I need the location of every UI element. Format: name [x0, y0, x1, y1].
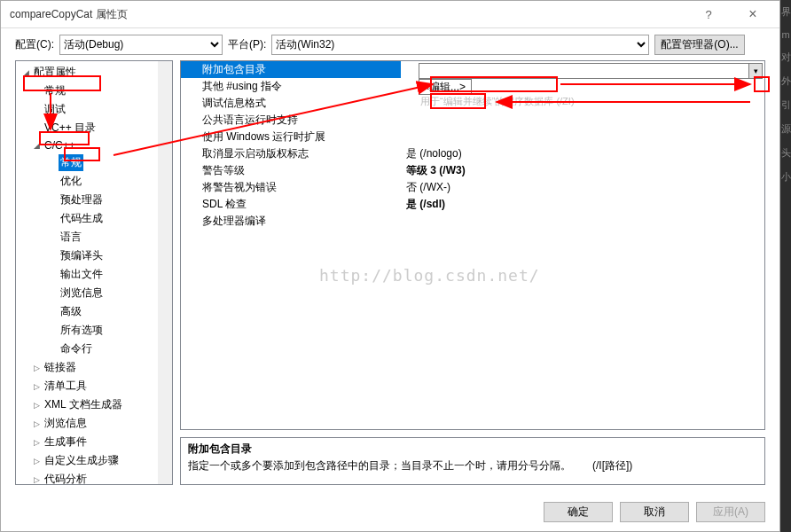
tree-node-ccpp-pch[interactable]: 预编译头: [16, 246, 172, 265]
platform-select[interactable]: 活动(Win32): [271, 35, 649, 55]
caret-right-icon: ▷: [32, 382, 41, 391]
tree-node-ccpp-codegen[interactable]: 代码生成: [16, 209, 172, 228]
tree-pane: ◢配置属性 常规 调试 VC++ 目录 ◢C/C++ 常规 优化 预处理器 代码…: [15, 60, 173, 485]
tree-node-ccpp[interactable]: ◢C/C++: [16, 137, 172, 153]
tree-node-ccpp-advanced[interactable]: 高级: [16, 302, 172, 321]
close-button[interactable]: ×: [735, 2, 771, 27]
caret-right-icon: ▷: [32, 401, 41, 410]
tree-scroll[interactable]: ◢配置属性 常规 调试 VC++ 目录 ◢C/C++ 常规 优化 预处理器 代码…: [16, 61, 172, 484]
description-pane: 附加包含目录 指定一个或多个要添加到包含路径中的目录；当目录不止一个时，请用分号…: [180, 437, 765, 485]
prop-winrt-ext[interactable]: 使用 Windows 运行时扩展: [181, 129, 764, 145]
prop-using-dirs[interactable]: 其他 #using 指令: [181, 78, 764, 95]
description-text: 指定一个或多个要添加到包含路径中的目录；当目录不止一个时，请用分号分隔。 (/I…: [188, 458, 757, 473]
caret-right-icon: ▷: [32, 457, 41, 466]
caret-down-icon: ◢: [21, 68, 30, 77]
tree-node-ccpp-preproc[interactable]: 预处理器: [16, 191, 172, 209]
watermark: http://blog.csdn.net/: [319, 266, 540, 285]
tree-node-vcdirs[interactable]: VC++ 目录: [16, 119, 172, 137]
prop-warn-level[interactable]: 警告等级等级 3 (/W3): [181, 162, 764, 179]
tree-node-ccpp-allopts[interactable]: 所有选项: [16, 321, 172, 340]
tree-scrollbar[interactable]: [158, 61, 172, 484]
platform-label: 平台(P):: [228, 37, 266, 52]
prop-debug-format-ghost: 用于“编辑并继续”的程序数据库 (/ZI): [420, 95, 575, 108]
edit-popup-option[interactable]: <编辑...>: [419, 79, 472, 95]
tree-node-general[interactable]: 常规: [16, 82, 172, 100]
tree-node-buildevents[interactable]: ▷生成事件: [16, 433, 172, 451]
tree-node-codeanalysis[interactable]: ▷代码分析: [16, 470, 172, 484]
config-label: 配置(C):: [15, 37, 54, 52]
prop-clr-support[interactable]: 公共语言运行时支持: [181, 112, 764, 129]
tree-node-xmldoc[interactable]: ▷XML 文档生成器: [16, 395, 172, 414]
prop-value-input[interactable]: [419, 63, 750, 79]
prop-warn-as-error[interactable]: 将警告视为错误否 (/WX-): [181, 179, 764, 196]
tree-node-ccpp-output[interactable]: 输出文件: [16, 265, 172, 284]
prop-sdl[interactable]: SDL 检查是 (/sdl): [181, 196, 764, 213]
prop-value-dropdown[interactable]: ▾: [748, 63, 763, 79]
caret-right-icon: ▷: [32, 419, 41, 428]
titlebar: compareCopyCat 属性页 ? ×: [1, 1, 779, 28]
window-title: compareCopyCat 属性页: [10, 7, 691, 22]
caret-right-icon: ▷: [32, 364, 41, 372]
help-button[interactable]: ?: [691, 2, 726, 27]
cancel-button[interactable]: 取消: [620, 502, 689, 522]
prop-multiproc[interactable]: 多处理器编译: [181, 213, 764, 230]
tree-node-ccpp-general[interactable]: 常规: [16, 153, 172, 172]
property-grid: 附加包含目录 其他 #using 指令 调试信息格式 公共语言运行时支持 使用 …: [180, 60, 765, 430]
ok-button[interactable]: 确定: [544, 502, 613, 522]
apply-button[interactable]: 应用(A): [696, 502, 765, 522]
tree-node-root[interactable]: ◢配置属性: [16, 63, 172, 82]
tree-node-manifest[interactable]: ▷清单工具: [16, 377, 172, 395]
side-strip: 界m对外 引源头小: [780, 0, 791, 532]
tree-node-ccpp-browse[interactable]: 浏览信息: [16, 284, 172, 302]
tree-node-ccpp-lang[interactable]: 语言: [16, 228, 172, 246]
description-title: 附加包含目录: [188, 442, 757, 457]
caret-right-icon: ▷: [32, 438, 41, 447]
tree-node-custombuild[interactable]: ▷自定义生成步骤: [16, 451, 172, 470]
tree-node-linker[interactable]: ▷链接器: [16, 358, 172, 377]
caret-down-icon: ◢: [32, 141, 41, 150]
configuration-select[interactable]: 活动(Debug): [59, 35, 223, 55]
tree-node-ccpp-cmdline[interactable]: 命令行: [16, 340, 172, 358]
config-toolbar: 配置(C): 活动(Debug) 平台(P): 活动(Win32) 配置管理器(…: [1, 28, 779, 60]
prop-nologo[interactable]: 取消显示启动版权标志是 (/nologo): [181, 145, 764, 162]
tree-node-browseinfo[interactable]: ▷浏览信息: [16, 414, 172, 433]
tree-node-ccpp-optimize[interactable]: 优化: [16, 172, 172, 191]
tree-node-debug[interactable]: 调试: [16, 100, 172, 119]
config-manager-button[interactable]: 配置管理器(O)...: [654, 35, 744, 55]
caret-right-icon: ▷: [32, 475, 41, 484]
dialog-buttons: 确定 取消 应用(A): [1, 492, 779, 531]
